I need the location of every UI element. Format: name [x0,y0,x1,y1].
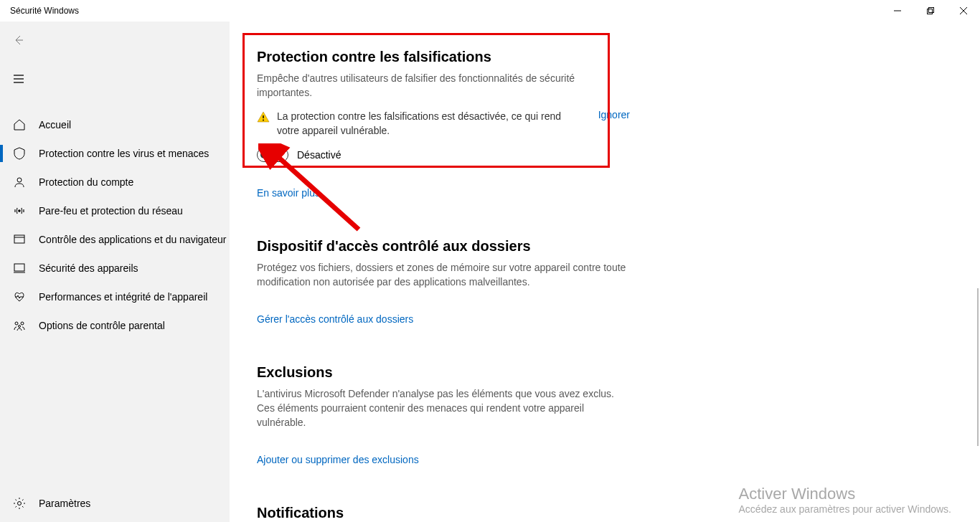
sidebar-item-label: Accueil [39,119,71,130]
app-icon [13,233,26,246]
sidebar-item-label: Performances et intégrité de l'appareil [39,291,207,303]
shield-icon [13,147,26,160]
activation-watermark: Activer Windows Accédez aux paramètres p… [739,485,951,515]
hamburger-button[interactable] [0,65,230,93]
tamper-warning-row: La protection contre les falsifications … [257,109,630,138]
svg-point-10 [19,210,20,212]
exclusions-desc: L'antivirus Microsoft Defender n'analyse… [257,386,630,430]
home-icon [13,118,26,131]
sidebar-item-device[interactable]: Sécurité des appareils [0,254,230,283]
svg-point-9 [17,178,22,182]
tamper-desc: Empêche d'autres utilisateurs de falsifi… [257,71,630,100]
sidebar-item-label: Sécurité des appareils [39,262,138,274]
close-button[interactable] [947,0,980,22]
sidebar-item-performance[interactable]: Performances et intégrité de l'appareil [0,283,230,311]
tamper-toggle[interactable] [257,148,288,162]
sidebar-item-appcontrol[interactable]: Contrôle des applications et du navigate… [0,225,230,254]
sidebar-item-account[interactable]: Protection du compte [0,168,230,196]
svg-point-15 [15,322,18,325]
sidebar-item-label: Contrôle des applications et du navigate… [39,234,227,245]
watermark-sub: Accédez aux paramètres pour activer Wind… [739,503,951,515]
sidebar-item-family[interactable]: Options de contrôle parental [0,311,230,340]
learn-more-link[interactable]: En savoir plus [257,187,320,199]
maximize-button[interactable] [914,0,947,22]
exclusions-title: Exclusions [257,364,630,381]
watermark-title: Activer Windows [739,485,951,503]
svg-rect-2 [929,8,934,13]
window-buttons [881,0,980,22]
sidebar-item-label: Paramètres [39,498,90,509]
tamper-toggle-label: Désactivé [297,149,341,161]
window-title: Sécurité Windows [10,6,79,16]
sidebar-item-virus[interactable]: Protection contre les virus et menaces [0,139,230,168]
ignore-link[interactable]: Ignorer [598,109,630,120]
exclusions-link[interactable]: Ajouter ou supprimer des exclusions [257,454,419,465]
sidebar-item-label: Protection contre les virus et menaces [39,148,209,159]
folders-desc: Protégez vos fichiers, dossiers et zones… [257,260,630,290]
sidebar-item-label: Protection du compte [39,176,133,188]
svg-point-18 [18,502,22,506]
sidebar-item-home[interactable]: Accueil [0,110,230,139]
svg-point-16 [21,322,24,325]
sidebar-item-label: Options de contrôle parental [39,320,165,331]
svg-rect-11 [14,235,24,243]
minimize-button[interactable] [881,0,914,22]
sidebar-item-settings[interactable]: Paramètres [0,489,230,518]
scrollbar[interactable] [977,288,979,446]
gear-icon [13,497,26,510]
sidebar-item-label: Pare-feu et protection du réseau [39,205,183,217]
device-icon [13,262,26,275]
heart-icon [13,290,26,303]
svg-rect-1 [928,9,933,14]
notifications-title: Notifications [257,505,630,521]
titlebar: Sécurité Windows [0,0,980,22]
person-icon [13,176,26,189]
main-content: Protection contre les falsifications Emp… [230,22,980,522]
sidebar-item-firewall[interactable]: Pare-feu et protection du réseau [0,196,230,225]
folders-link[interactable]: Gérer l'accès contrôlé aux dossiers [257,313,413,325]
warning-icon [257,110,270,126]
back-button[interactable] [0,26,230,54]
svg-rect-13 [14,264,24,271]
network-icon [13,204,26,217]
svg-point-17 [19,326,21,328]
sidebar: Accueil Protection contre les virus et m… [0,22,230,522]
family-icon [13,319,26,332]
folders-title: Dispositif d'accès contrôlé aux dossiers [257,238,630,255]
tamper-title: Protection contre les falsifications [257,49,630,65]
svg-point-20 [263,119,264,120]
tamper-warning-text: La protection contre les falsifications … [277,109,585,138]
